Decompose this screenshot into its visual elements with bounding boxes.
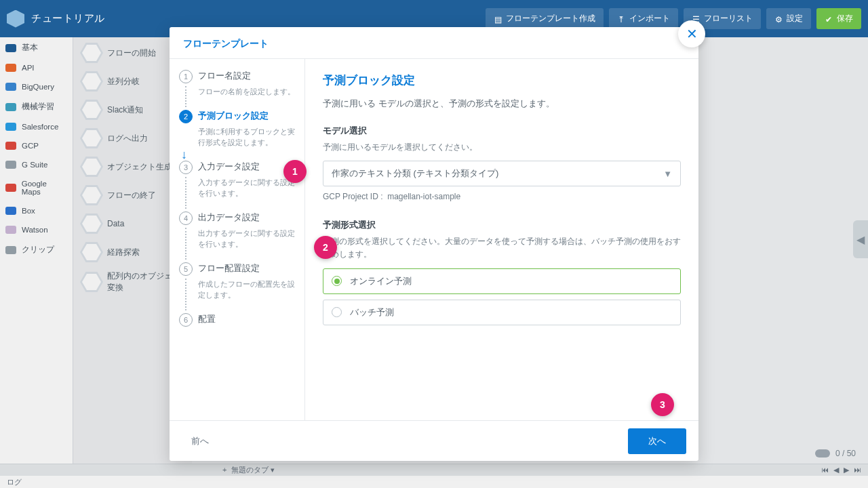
model-select-value: 作家のテキスト分類 (テキスト分類タイプ) [332,167,498,180]
callout-pin-3: 3 [651,393,674,416]
wizard-step[interactable]: 5フロー配置設定作成したフローの配置先を設定します。 [182,262,298,301]
import-button[interactable]: ⤒ インポート [609,8,678,29]
step-number: 2 [179,110,193,123]
model-section-title: モデル選択 [323,125,681,137]
flow-template-create-button[interactable]: ▤ フローテンプレート作成 [486,8,604,29]
step-desc: 予測に利用するブロックと実行形式を設定します。 [198,126,298,148]
app-title: チュートリアル [31,12,105,25]
callout-pin-2: 2 [314,236,337,259]
wizard-step[interactable]: 4出力データ設定出力するデータに関する設定を行います。 [182,211,298,250]
step-title: 入力データ設定 [198,161,298,173]
wizard-content: 予測ブロック設定 予測に用いる モデルの選択と、予測の形式を設定します。 モデル… [305,59,698,420]
document-icon: ▤ [494,15,502,23]
flow-template-modal: ✕ フローテンプレート 1フロー名設定フローの名前を設定します。2予測ブロック設… [170,27,698,461]
import-label: インポート [629,13,670,24]
save-label: 保存 [837,13,853,24]
step-desc: 作成したフローの配置先を設定します。 [198,279,298,301]
content-lead: 予測に用いる モデルの選択と、予測の形式を設定します。 [323,98,681,110]
step-desc: 出力するデータに関する設定を行います。 [198,228,298,250]
content-heading: 予測ブロック設定 [323,73,681,88]
upload-icon: ⤒ [617,15,625,23]
radio-online-label: オンライン予測 [350,275,412,287]
step-number: 6 [179,313,193,327]
step-number: 5 [179,262,193,276]
format-hint: 予測の形式を選択してください。大量のデータを使って予測する場合は、バッチ予測の使… [323,235,681,261]
wizard-step[interactable]: 6配置 [182,313,298,325]
flow-list-label: フローリスト [704,13,753,24]
radio-online-prediction[interactable]: オンライン予測 [323,268,681,294]
step-desc: フローの名前を設定します。 [198,86,298,98]
step-number: 4 [179,211,193,225]
project-value: magellan-iot-sample [387,192,460,201]
format-section-title: 予測形式選択 [323,219,681,231]
radio-batch-prediction[interactable]: バッチ予測 [323,300,681,325]
step-title: フロー配置設定 [198,262,298,274]
wizard-step[interactable]: 1フロー名設定フローの名前を設定します。 [182,70,298,98]
step-number: 3 [179,161,193,174]
step-title: 配置 [198,313,298,325]
modal-title: フローテンプレート [183,38,685,50]
wizard-step[interactable]: 3入力データ設定入力するデータに関する設定を行います。 [182,161,298,199]
radio-indicator-icon [332,276,342,286]
radio-batch-label: バッチ予測 [350,306,394,319]
callout-pin-1: 1 [283,160,307,183]
step-title: 出力データ設定 [198,211,298,224]
step-desc: 入力するデータに関する設定を行います。 [198,177,298,199]
modal-footer: 前へ 次へ [170,420,698,461]
wizard-steps: 1フロー名設定フローの名前を設定します。2予測ブロック設定予測に利用するブロック… [170,59,305,420]
gear-icon: ⚙ [774,15,783,23]
app-logo-icon [7,10,24,28]
check-icon: ✔ [825,15,833,23]
close-icon: ✕ [686,26,698,42]
model-hint: 予測に用いるモデルを選択してください。 [323,141,681,154]
step-title: フロー名設定 [198,70,298,82]
settings-button[interactable]: ⚙ 設定 [766,8,811,29]
settings-label: 設定 [787,13,803,24]
radio-indicator-icon [332,307,342,317]
project-label: GCP Project ID : [323,192,382,201]
modal-close-button[interactable]: ✕ [678,20,705,47]
model-select[interactable]: 作家のテキスト分類 (テキスト分類タイプ) ▼ [323,161,681,186]
chevron-down-icon: ▼ [663,169,672,179]
wizard-step[interactable]: 2予測ブロック設定予測に利用するブロックと実行形式を設定します。 [182,110,298,148]
step-number: 1 [179,70,193,83]
save-button[interactable]: ✔ 保存 [816,8,861,29]
step-title: 予測ブロック設定 [198,110,298,122]
next-button[interactable]: 次へ [628,428,686,454]
back-button[interactable]: 前へ [182,430,218,453]
gcp-project-line: GCP Project ID : magellan-iot-sample [323,192,681,201]
flow-template-create-label: フローテンプレート作成 [506,13,595,24]
